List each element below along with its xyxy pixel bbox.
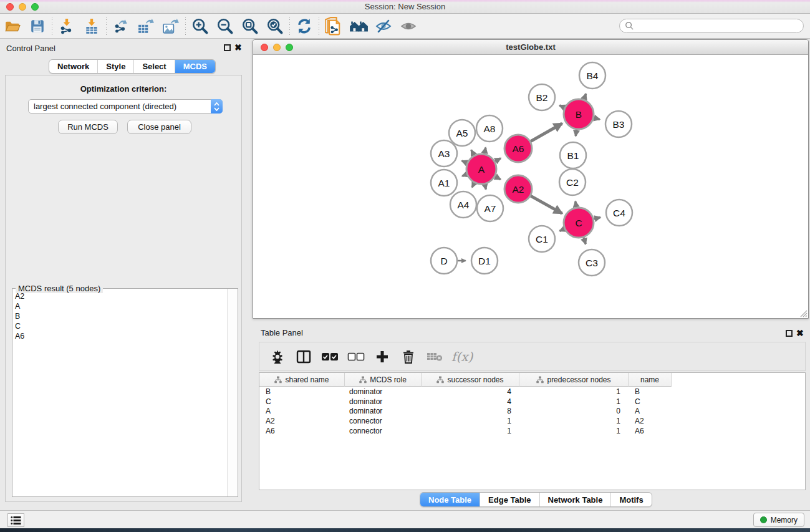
- cell-mcds-role[interactable]: connector: [345, 426, 422, 436]
- zoom-in-button[interactable]: [188, 15, 213, 37]
- zoom-out-button[interactable]: [213, 15, 238, 37]
- graph-edge-A-A6[interactable]: [495, 158, 501, 162]
- graph-node-C2[interactable]: C2: [559, 169, 586, 195]
- cell-name[interactable]: C: [629, 397, 672, 407]
- table-row-a[interactable]: Adominator80A: [259, 407, 805, 417]
- graph-edge-B-B1[interactable]: [576, 130, 576, 136]
- graph-node-A1[interactable]: A1: [431, 170, 457, 196]
- column-header-predecessor-nodes[interactable]: predecessor nodes: [519, 373, 629, 387]
- result-item-b[interactable]: B: [12, 311, 227, 321]
- graph-edge-A-A2[interactable]: [495, 177, 501, 180]
- refresh-button[interactable]: [292, 15, 317, 37]
- graph-node-C[interactable]: C: [564, 208, 594, 238]
- graph-node-C1[interactable]: C1: [529, 226, 555, 252]
- cell-name[interactable]: B: [629, 387, 672, 397]
- table-row-c[interactable]: Cdominator41C: [259, 397, 805, 407]
- result-scrollbar[interactable]: [227, 289, 238, 496]
- graph-edge-A-A5[interactable]: [471, 150, 475, 155]
- cell-shared-name[interactable]: A6: [259, 426, 345, 436]
- network-canvas[interactable]: B4B2BB3A8A5A6A3B1AA1C2A2A4A7C4CC1C3DD1: [253, 55, 808, 317]
- tab-mcds[interactable]: MCDS: [175, 60, 215, 73]
- result-item-c[interactable]: C: [12, 321, 227, 331]
- cell-shared-name[interactable]: C: [259, 397, 345, 407]
- graph-edge-A-A1[interactable]: [462, 175, 466, 177]
- zoom-selected-button[interactable]: [263, 15, 287, 37]
- graph-node-A2[interactable]: A2: [504, 175, 532, 203]
- graph-edge-A6-B[interactable]: [531, 123, 562, 142]
- table-row-a6[interactable]: A6connector11A6: [259, 426, 805, 436]
- export-image-button[interactable]: [158, 15, 183, 37]
- graph-node-B[interactable]: B: [564, 99, 594, 129]
- result-item-a2[interactable]: A2: [12, 291, 227, 301]
- open-session-button[interactable]: [0, 15, 25, 37]
- save-session-button[interactable]: [25, 15, 50, 37]
- network-window-titlebar[interactable]: testGlobe.txt: [253, 40, 808, 55]
- unselect-columns-button[interactable]: [345, 345, 367, 369]
- graph-node-A[interactable]: A: [466, 154, 496, 184]
- network-file-button[interactable]: [321, 15, 346, 37]
- import-table-button[interactable]: [79, 15, 104, 37]
- graph-node-A3[interactable]: A3: [431, 140, 457, 167]
- close-panel-button[interactable]: Close panel: [127, 120, 191, 134]
- column-header-mcds-role[interactable]: MCDS role: [345, 373, 422, 387]
- cell-successor-nodes[interactable]: 1: [422, 416, 519, 426]
- tab-node-table[interactable]: Node Table: [420, 493, 480, 506]
- cell-shared-name[interactable]: B: [259, 387, 345, 397]
- tab-edge-table[interactable]: Edge Table: [480, 493, 539, 506]
- float-panel-icon[interactable]: [224, 44, 231, 51]
- graph-node-D[interactable]: D: [431, 248, 457, 274]
- criterion-dropdown[interactable]: largest connected component (directed): [28, 99, 223, 114]
- graph-node-D1[interactable]: D1: [471, 248, 498, 274]
- cell-successor-nodes[interactable]: 8: [422, 407, 519, 417]
- graph-node-A4[interactable]: A4: [450, 191, 476, 218]
- column-header-successor-nodes[interactable]: successor nodes: [422, 373, 519, 387]
- table-row-b[interactable]: Bdominator41B: [259, 387, 805, 397]
- export-network-button[interactable]: [108, 15, 133, 37]
- add-column-button[interactable]: [372, 345, 393, 369]
- column-header-shared-name[interactable]: shared name: [259, 373, 345, 387]
- graph-edge-A-A7[interactable]: [485, 184, 486, 189]
- graph-edge-A-A8[interactable]: [485, 148, 486, 154]
- graph-node-C3[interactable]: C3: [579, 249, 605, 276]
- graph-node-B4[interactable]: B4: [579, 62, 605, 89]
- graph-edge-C-C1[interactable]: [560, 229, 565, 231]
- graph-edge-C-C3[interactable]: [584, 238, 586, 244]
- graph-edge-B-B3[interactable]: [594, 118, 600, 119]
- cell-predecessor-nodes[interactable]: 0: [519, 407, 629, 417]
- tab-select[interactable]: Select: [134, 60, 175, 73]
- cell-mcds-role[interactable]: dominator: [345, 397, 422, 407]
- graph-node-A5[interactable]: A5: [449, 120, 475, 146]
- graph-edge-C-C2[interactable]: [576, 201, 576, 208]
- graph-edge-A2-C[interactable]: [531, 196, 562, 213]
- select-columns-button[interactable]: [319, 345, 340, 369]
- cell-name[interactable]: A2: [629, 416, 672, 426]
- cell-shared-name[interactable]: A: [259, 407, 345, 417]
- tab-style[interactable]: Style: [98, 60, 134, 73]
- cell-predecessor-nodes[interactable]: 1: [519, 397, 629, 407]
- cell-mcds-role[interactable]: dominator: [345, 387, 422, 397]
- graph-node-B1[interactable]: B1: [560, 142, 586, 168]
- search-box[interactable]: [619, 19, 804, 33]
- result-item-a6[interactable]: A6: [12, 331, 227, 341]
- equation-builder-button[interactable]: f(x): [451, 349, 473, 364]
- graph-edge-B-B2[interactable]: [559, 105, 564, 108]
- cell-name[interactable]: A6: [629, 426, 672, 436]
- close-table-panel-icon[interactable]: ✖: [796, 328, 804, 338]
- float-table-panel-icon[interactable]: [786, 330, 793, 337]
- resize-grip-icon[interactable]: [799, 309, 808, 317]
- memory-button[interactable]: Memory: [753, 513, 804, 527]
- graph-node-C4[interactable]: C4: [606, 200, 632, 226]
- graph-node-A7[interactable]: A7: [477, 195, 503, 221]
- import-network-button[interactable]: [54, 15, 79, 37]
- zoom-fit-button[interactable]: [238, 15, 263, 37]
- column-header-name[interactable]: name: [629, 373, 672, 387]
- graph-edge-A-A4[interactable]: [472, 183, 475, 187]
- cell-name[interactable]: A: [629, 407, 672, 417]
- table-settings-button[interactable]: [267, 345, 288, 369]
- tab-network-table[interactable]: Network Table: [540, 493, 612, 506]
- cell-successor-nodes[interactable]: 4: [422, 387, 519, 397]
- graph-edge-B-B4[interactable]: [584, 94, 586, 99]
- delete-columns-button[interactable]: [398, 345, 419, 369]
- graph-node-B3[interactable]: B3: [605, 111, 632, 137]
- result-item-a[interactable]: A: [12, 301, 227, 311]
